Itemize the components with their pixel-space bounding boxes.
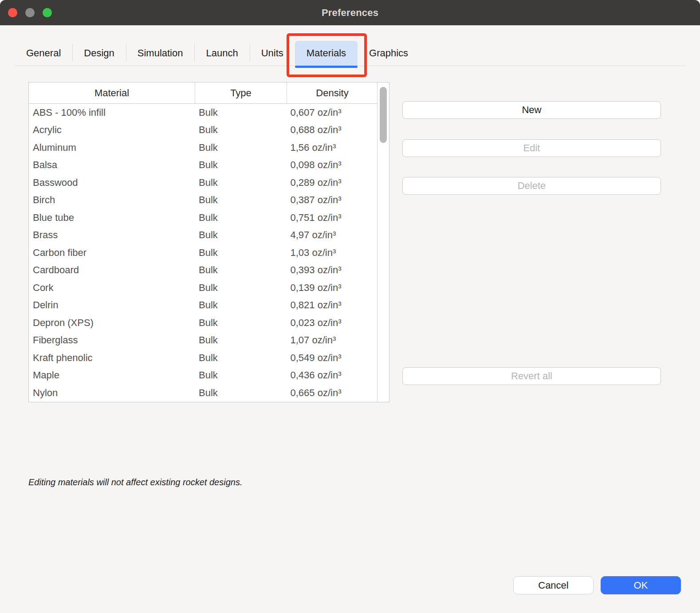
zoom-button[interactable] xyxy=(43,8,52,17)
table-row[interactable]: AluminumBulk1,56 oz/in³ xyxy=(29,139,377,157)
new-button[interactable]: New xyxy=(402,101,661,119)
close-button[interactable] xyxy=(8,8,17,17)
cell-density: 0,607 oz/in³ xyxy=(287,107,377,118)
tab-units[interactable]: Units xyxy=(250,41,295,66)
cell-material: ABS - 100% infill xyxy=(29,107,195,118)
table-row[interactable]: DelrinBulk0,821 oz/in³ xyxy=(29,297,377,314)
cell-material: Maple xyxy=(29,369,195,381)
cell-type: Bulk xyxy=(195,194,286,206)
cell-density: 0,688 oz/in³ xyxy=(287,124,377,136)
cell-density: 1,07 oz/in³ xyxy=(287,334,377,346)
edit-button[interactable]: Edit xyxy=(402,139,661,157)
tab-design[interactable]: Design xyxy=(72,41,126,66)
cell-material: Basswood xyxy=(29,177,195,189)
table-row[interactable]: AcrylicBulk0,688 oz/in³ xyxy=(29,122,377,139)
traffic-lights xyxy=(8,0,52,25)
cell-density: 0,023 oz/in³ xyxy=(287,317,377,329)
cell-material: Blue tube xyxy=(29,212,195,224)
cell-density: 0,436 oz/in³ xyxy=(287,369,377,381)
cell-material: Kraft phenolic xyxy=(29,352,195,364)
column-header-type[interactable]: Type xyxy=(195,83,287,103)
ok-button[interactable]: OK xyxy=(601,576,681,594)
tab-materials[interactable]: Materials xyxy=(295,41,358,66)
cell-type: Bulk xyxy=(195,334,286,346)
cell-material: Birch xyxy=(29,194,195,206)
cell-density: 0,139 oz/in³ xyxy=(287,282,377,294)
tab-bar: GeneralDesignSimulationLaunchUnitsMateri… xyxy=(15,41,685,66)
delete-button[interactable]: Delete xyxy=(402,177,661,195)
table-row[interactable]: BirchBulk0,387 oz/in³ xyxy=(29,192,377,209)
table-row[interactable]: CorkBulk0,139 oz/in³ xyxy=(29,279,377,297)
tab-label: Materials xyxy=(307,47,346,59)
cell-density: 0,393 oz/in³ xyxy=(287,264,377,276)
window-title: Preferences xyxy=(322,7,378,19)
cell-type: Bulk xyxy=(195,264,286,276)
tab-graphics[interactable]: Graphics xyxy=(358,41,420,66)
cell-type: Bulk xyxy=(195,247,286,259)
cell-density: 4,97 oz/in³ xyxy=(287,229,377,241)
cell-material: Balsa xyxy=(29,159,195,171)
cell-density: 0,289 oz/in³ xyxy=(287,177,377,189)
table-row[interactable]: NylonBulk0,665 oz/in³ xyxy=(29,384,377,402)
cell-type: Bulk xyxy=(195,229,286,241)
table-header: MaterialTypeDensity xyxy=(29,83,389,104)
cell-material: Nylon xyxy=(29,387,195,399)
table-row[interactable]: CardboardBulk0,393 oz/in³ xyxy=(29,262,377,279)
tab-launch[interactable]: Launch xyxy=(194,41,249,66)
tab-label: Simulation xyxy=(138,47,183,59)
tab-label: Graphics xyxy=(369,47,408,59)
revert-all-button[interactable]: Revert all xyxy=(402,367,661,385)
tab-label: Launch xyxy=(206,47,238,59)
table-row[interactable]: FiberglassBulk1,07 oz/in³ xyxy=(29,332,377,350)
cell-type: Bulk xyxy=(195,142,286,153)
cell-type: Bulk xyxy=(195,159,286,171)
column-header-material[interactable]: Material xyxy=(29,83,195,103)
cell-density: 0,751 oz/in³ xyxy=(287,212,377,224)
note-text: Editing materials will not affect existi… xyxy=(28,477,242,487)
materials-table: MaterialTypeDensity ABS - 100% infillBul… xyxy=(28,82,389,402)
table-row[interactable]: Carbon fiberBulk1,03 oz/in³ xyxy=(29,244,377,262)
table-row[interactable]: MapleBulk0,436 oz/in³ xyxy=(29,367,377,385)
cell-type: Bulk xyxy=(195,369,286,381)
titlebar: Preferences xyxy=(0,0,700,25)
cell-material: Cardboard xyxy=(29,264,195,276)
cell-material: Brass xyxy=(29,229,195,241)
cell-density: 0,387 oz/in³ xyxy=(287,194,377,206)
cell-type: Bulk xyxy=(195,212,286,224)
tab-simulation[interactable]: Simulation xyxy=(126,41,195,66)
table-row[interactable]: Depron (XPS)Bulk0,023 oz/in³ xyxy=(29,314,377,332)
cell-material: Carbon fiber xyxy=(29,247,195,259)
table-row[interactable]: Blue tubeBulk0,751 oz/in³ xyxy=(29,209,377,227)
cell-type: Bulk xyxy=(195,317,286,329)
cell-material: Fiberglass xyxy=(29,334,195,346)
cell-material: Depron (XPS) xyxy=(29,317,195,329)
minimize-button[interactable] xyxy=(25,8,35,17)
cell-type: Bulk xyxy=(195,387,286,399)
cell-type: Bulk xyxy=(195,352,286,364)
tab-label: Units xyxy=(261,47,283,59)
table-row[interactable]: BalsaBulk0,098 oz/in³ xyxy=(29,157,377,174)
cell-type: Bulk xyxy=(195,177,286,189)
cell-type: Bulk xyxy=(195,107,286,118)
cell-density: 0,098 oz/in³ xyxy=(287,159,377,171)
cancel-button[interactable]: Cancel xyxy=(513,576,594,594)
scrollbar-track[interactable] xyxy=(377,83,389,402)
table-row[interactable]: BrassBulk4,97 oz/in³ xyxy=(29,227,377,244)
cell-density: 0,549 oz/in³ xyxy=(287,352,377,364)
cell-material: Delrin xyxy=(29,299,195,311)
cell-material: Aluminum xyxy=(29,142,195,153)
table-body: ABS - 100% infillBulk0,607 oz/in³Acrylic… xyxy=(29,104,377,402)
cell-density: 1,56 oz/in³ xyxy=(287,142,377,153)
cell-density: 1,03 oz/in³ xyxy=(287,247,377,259)
preferences-window: Preferences GeneralDesignSimulationLaunc… xyxy=(0,0,700,613)
cell-type: Bulk xyxy=(195,124,286,136)
tab-general[interactable]: General xyxy=(15,41,72,66)
cell-material: Acrylic xyxy=(29,124,195,136)
table-row[interactable]: Kraft phenolicBulk0,549 oz/in³ xyxy=(29,349,377,367)
cell-material: Cork xyxy=(29,282,195,294)
table-row[interactable]: ABS - 100% infillBulk0,607 oz/in³ xyxy=(29,104,377,122)
scrollbar-thumb[interactable] xyxy=(380,87,387,143)
table-row[interactable]: BasswoodBulk0,289 oz/in³ xyxy=(29,174,377,192)
column-header-density[interactable]: Density xyxy=(287,83,378,103)
tab-label: General xyxy=(26,47,61,59)
